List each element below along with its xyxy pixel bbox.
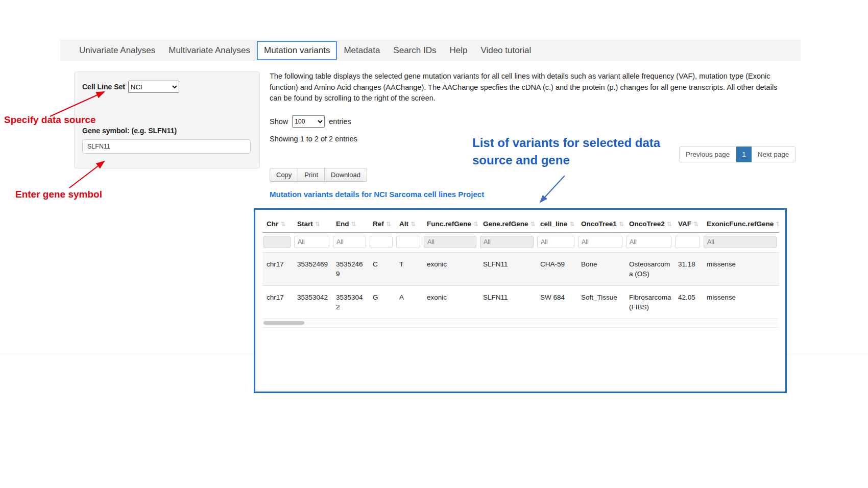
annotation-specify-data-source: Specify data source [4,114,96,126]
column-header-exonicfunc-refgene[interactable]: ExonicFunc.refGene⇅ [703,213,779,233]
filter-cell-line[interactable] [537,236,574,248]
sort-icon: ⇅ [473,221,478,228]
table-cell: Osteosarcoma (OS) [625,253,674,286]
table-title-link[interactable]: Mutation variants details for NCI Sarcom… [270,190,484,199]
annotation-variants-note-line2: source and gene [472,152,660,169]
table-cell: chr17 [262,286,293,319]
column-label: OncoTree1 [581,220,617,228]
arrow-variants-list [540,176,565,202]
tab-univariate-analyses[interactable]: Univariate Analyses [73,41,162,60]
column-header-oncotree1[interactable]: OncoTree1⇅ [577,213,625,233]
filter-alt[interactable] [396,236,420,248]
filter-func-refgene[interactable] [424,236,476,248]
table-cell: 35352469 [293,253,332,286]
table-cell: exonic [423,286,479,319]
filter-exonicfunc-refgene[interactable] [704,236,777,248]
column-header-start[interactable]: Start⇅ [293,213,332,233]
copy-button[interactable]: Copy [270,168,298,182]
column-label: Alt [399,220,408,228]
tab-video-tutorial[interactable]: Video tutorial [474,41,538,60]
column-header-cell-line[interactable]: cell_line⇅ [536,213,577,233]
column-header-vaf[interactable]: VAF⇅ [674,213,703,233]
print-button[interactable]: Print [298,168,325,182]
annotation-variants-note: List of variants for selected data sourc… [472,134,660,169]
sort-icon: ⇅ [411,221,416,228]
gene-symbol-input[interactable] [82,139,251,154]
column-header-gene-refgene[interactable]: Gene.refGene⇅ [479,213,536,233]
show-label: Show [270,117,288,126]
table-cell: SLFN11 [479,253,536,286]
variants-table-box: Chr⇅ Start⇅ End⇅ Ref⇅ Alt⇅ Func.refGene⇅… [254,208,787,393]
annotation-enter-gene-symbol: Enter gene symbol [15,189,102,200]
table-cell: 31.18 [674,253,703,286]
table-cell: missense [703,253,779,286]
sort-icon: ⇅ [776,221,779,228]
sort-icon: ⇅ [693,221,698,228]
tab-mutation-variants[interactable]: Mutation variants [257,41,337,60]
filter-vaf[interactable] [675,236,700,248]
pagination: Previous page 1 Next page [679,147,795,162]
current-page-button[interactable]: 1 [736,147,752,162]
column-label: Start [297,220,313,228]
table-cell: CHA-59 [536,253,577,286]
table-cell: exonic [423,253,479,286]
column-label: ExonicFunc.refGene [707,220,774,228]
show-entries-control: Show 100 entries [270,115,351,128]
sidebar-panel: Cell Line Set NCI Gene symbol: (e.g. SLF… [74,71,260,168]
next-page-button[interactable]: Next page [752,147,796,162]
tab-metadata[interactable]: Metadata [337,41,387,60]
gene-symbol-label: Gene symbol: (e.g. SLFN11) [82,127,252,135]
sort-icon: ⇅ [315,221,320,228]
column-header-ref[interactable]: Ref⇅ [369,213,395,233]
filter-ref[interactable] [370,236,393,248]
scrollbar-track[interactable] [262,320,778,326]
column-label: cell_line [540,220,567,228]
column-header-alt[interactable]: Alt⇅ [395,213,423,233]
filter-oncotree1[interactable] [578,236,622,248]
sort-icon: ⇅ [619,221,624,228]
cell-line-set-select[interactable]: NCI [128,81,179,93]
table-cell: G [369,286,395,319]
table-cell: missense [703,286,779,319]
column-header-chr[interactable]: Chr⇅ [262,213,293,233]
previous-page-button[interactable]: Previous page [679,147,736,162]
sort-icon: ⇅ [667,221,672,228]
table-header-row: Chr⇅ Start⇅ End⇅ Ref⇅ Alt⇅ Func.refGene⇅… [262,213,779,233]
filter-gene-refgene[interactable] [480,236,534,248]
tab-multivariate-analyses[interactable]: Multivariate Analyses [162,41,257,60]
column-label: VAF [678,220,691,228]
column-header-oncotree2[interactable]: OncoTree2⇅ [625,213,674,233]
column-header-func-refgene[interactable]: Func.refGene⇅ [423,213,479,233]
column-label: End [336,220,349,228]
entries-per-page-select[interactable]: 100 [292,115,325,128]
table-cell: Soft_Tissue [577,286,625,319]
filter-chr[interactable] [263,236,291,248]
column-label: Ref [373,220,384,228]
variants-table: Chr⇅ Start⇅ End⇅ Ref⇅ Alt⇅ Func.refGene⇅… [262,213,779,319]
tab-help[interactable]: Help [443,41,474,60]
column-label: Gene.refGene [483,220,528,228]
filter-end[interactable] [333,236,366,248]
table-cell: 35352469 [332,253,369,286]
showing-entries-status: Showing 1 to 2 of 2 entries [270,135,357,143]
table-row[interactable]: chr17 35352469 35352469 C T exonic SLFN1… [262,253,779,286]
table-row[interactable]: chr17 35353042 35353042 G A exonic SLFN1… [262,286,779,319]
sort-icon: ⇅ [569,221,574,228]
filter-oncotree2[interactable] [626,236,671,248]
sort-icon: ⇅ [531,221,536,228]
table-description: The following table displays the selecte… [270,71,778,104]
annotation-variants-note-line1: List of variants for selected data [472,134,660,152]
table-cell: 35353042 [332,286,369,319]
filter-start[interactable] [294,236,329,248]
table-cell: Fibrosarcoma (FIBS) [625,286,674,319]
download-button[interactable]: Download [324,168,367,182]
table-cell: Bone [577,253,625,286]
table-cell: C [369,253,395,286]
table-cell: chr17 [262,253,293,286]
sort-icon: ⇅ [280,221,285,228]
scrollbar-thumb[interactable] [263,321,304,325]
top-navbar: Univariate Analyses Multivariate Analyse… [60,40,801,61]
tab-search-ids[interactable]: Search IDs [387,41,443,60]
column-label: OncoTree2 [629,220,665,228]
column-header-end[interactable]: End⇅ [332,213,369,233]
